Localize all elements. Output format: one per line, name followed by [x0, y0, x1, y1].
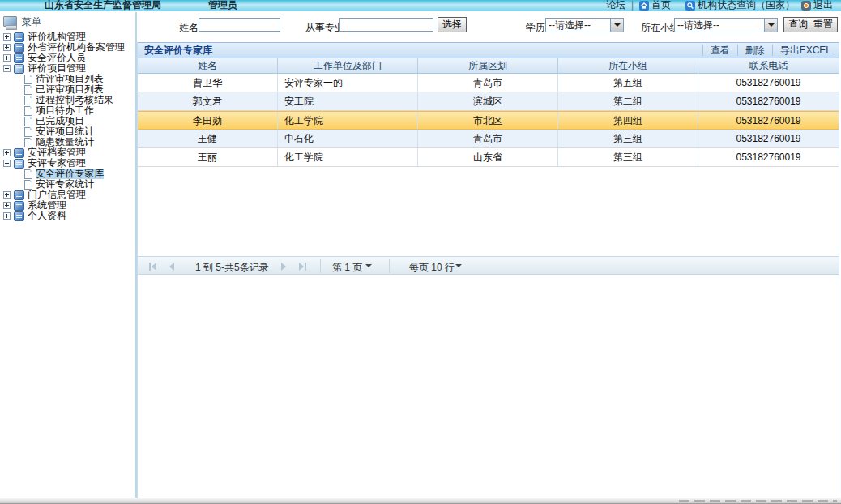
education-label: 学历	[526, 21, 545, 35]
expand-icon[interactable]	[3, 54, 11, 62]
logged-in-user: 管理员	[208, 0, 237, 11]
education-select[interactable]: --请选择--	[545, 18, 624, 32]
last-page-button[interactable]	[296, 260, 308, 272]
profession-label: 从事专业	[305, 21, 344, 35]
page-icon	[24, 127, 32, 137]
folder-icon	[14, 53, 24, 63]
home-link[interactable]: 首页	[639, 0, 671, 11]
folder-icon	[14, 32, 24, 42]
page-size-dropdown-icon[interactable]	[455, 264, 462, 267]
top-bar: 山东省安全生产监督管理局 管理员 论坛 | 首页 机构状态查询（国家） 退出	[0, 0, 841, 11]
table-cell: 053182760019	[698, 92, 839, 110]
table-cell: 青岛市	[418, 130, 558, 147]
logout-link[interactable]: 退出	[801, 0, 833, 11]
table-cell: 市北区	[418, 112, 558, 129]
expand-icon[interactable]	[3, 202, 11, 209]
expand-icon[interactable]	[3, 44, 11, 51]
next-page-button[interactable]	[277, 260, 289, 272]
tree-root: 菜单	[0, 12, 135, 32]
table-row[interactable]: 郭文君安工院滨城区第二组053182760019	[138, 92, 839, 111]
page-dropdown-icon[interactable]	[365, 264, 372, 267]
page-size: 每页 10 行	[409, 261, 455, 275]
export-excel-button[interactable]: 导出EXCEL	[772, 45, 839, 56]
table-row[interactable]: 王丽化工学院山东省第三组053182760019	[138, 148, 839, 167]
tree-item[interactable]: 门户信息管理	[0, 190, 135, 200]
page-icon	[24, 169, 32, 179]
table-body: 曹卫华安评专家一的青岛市第五组053182760019郭文君安工院滨城区第二组0…	[138, 74, 839, 256]
table-row[interactable]: 王健中石化青岛市第三组053182760019	[138, 130, 839, 148]
org-status-link[interactable]: 机构状态查询（国家）	[685, 0, 795, 11]
column-header[interactable]: 联系电话	[698, 58, 839, 73]
pagination-separator	[320, 259, 321, 273]
education-dropdown-icon[interactable]	[610, 19, 623, 32]
prev-page-button[interactable]	[166, 260, 178, 272]
table-cell: 第三组	[558, 148, 698, 166]
tree-item[interactable]: 个人资料	[0, 211, 135, 221]
reset-button[interactable]: 重置	[809, 17, 838, 32]
table-cell: 安工院	[278, 92, 418, 110]
table-cell: 053182760019	[698, 74, 839, 92]
table-cell: 安评专家一的	[278, 74, 418, 92]
expand-icon[interactable]	[3, 212, 11, 220]
group-dropdown-icon[interactable]	[764, 19, 777, 32]
collapse-icon[interactable]	[3, 160, 11, 167]
folder-icon	[14, 148, 24, 158]
page-icon	[24, 180, 32, 190]
sidebar-tree: 评价机构管理外省评价机构备案管理安全评价人员评价项目管理待评审项目列表已评审项目…	[0, 32, 135, 221]
table-cell: 053182760019	[698, 112, 839, 129]
table-cell: 曹卫华	[138, 74, 278, 92]
table-cell: 滨城区	[418, 92, 558, 110]
view-button[interactable]: 查看	[702, 45, 737, 56]
horizontal-scrollbar[interactable]	[679, 500, 837, 502]
forum-link[interactable]: 论坛	[606, 0, 625, 11]
pagination-bar: 1 到 5-共5条记录 第 1 页 每页 10 行	[138, 256, 839, 275]
page-icon	[24, 85, 32, 95]
search-status-icon	[685, 1, 695, 11]
pagination-separator-2	[389, 259, 390, 273]
page-icon	[24, 106, 32, 116]
table-row[interactable]: 曹卫华安评专家一的青岛市第五组053182760019	[138, 74, 839, 92]
folder-icon	[14, 211, 24, 221]
profession-input[interactable]	[339, 18, 433, 32]
folder-icon	[14, 201, 24, 211]
name-input[interactable]	[199, 18, 280, 32]
app-window: { "window": { "title": "山东省安全生产监督管理局", "…	[0, 0, 841, 504]
table-cell: 化工学院	[278, 148, 418, 166]
group-select[interactable]: --请选择--	[674, 18, 778, 32]
table-cell: 王丽	[138, 148, 278, 166]
folder-icon	[14, 190, 24, 200]
tree-item-label[interactable]: 个人资料	[28, 211, 66, 221]
panel-header: 安全评价专家库 查看 删除 导出EXCEL	[138, 42, 839, 58]
expand-icon[interactable]	[3, 33, 11, 41]
name-label: 姓名	[179, 21, 199, 35]
topbar-separator: |	[631, 0, 634, 11]
table-row[interactable]: 李田勋化工学院市北区第四组053182760019	[138, 111, 839, 130]
table-cell: 王健	[138, 130, 278, 147]
table-cell: 053182760019	[698, 130, 839, 147]
panel-empty-space	[138, 275, 839, 498]
page-icon	[24, 138, 32, 147]
home-icon	[639, 1, 649, 11]
select-profession-button[interactable]: 选择	[438, 17, 467, 32]
table-cell: 第五组	[558, 74, 698, 92]
table-header-row: 姓名工作单位及部门所属区划所在小组联系电话	[138, 58, 839, 74]
first-page-button[interactable]	[147, 260, 160, 272]
folder-icon	[14, 64, 24, 74]
expand-icon[interactable]	[3, 149, 11, 156]
collapse-icon[interactable]	[3, 65, 11, 72]
table-cell: 中石化	[278, 130, 418, 147]
column-header[interactable]: 所在小组	[558, 58, 698, 73]
table-cell: 第二组	[558, 92, 698, 110]
column-header[interactable]: 所属区划	[418, 58, 558, 73]
education-select-value: --请选择--	[549, 19, 591, 31]
tree-root-label: 菜单	[22, 15, 41, 29]
tree-item[interactable]: 系统管理	[0, 200, 135, 211]
column-header[interactable]: 工作单位及部门	[278, 58, 418, 73]
main-area: 姓名 从事专业 选择 学历 --请选择-- 所在小组 --请选择-- 查询 重置…	[137, 12, 839, 498]
status-bar	[0, 498, 841, 504]
folder-icon	[14, 159, 24, 169]
delete-button[interactable]: 删除	[737, 45, 772, 56]
column-header[interactable]: 姓名	[138, 58, 278, 73]
search-form: 姓名 从事专业 选择 学历 --请选择-- 所在小组 --请选择-- 查询 重置	[137, 12, 839, 42]
expand-icon[interactable]	[3, 191, 11, 199]
